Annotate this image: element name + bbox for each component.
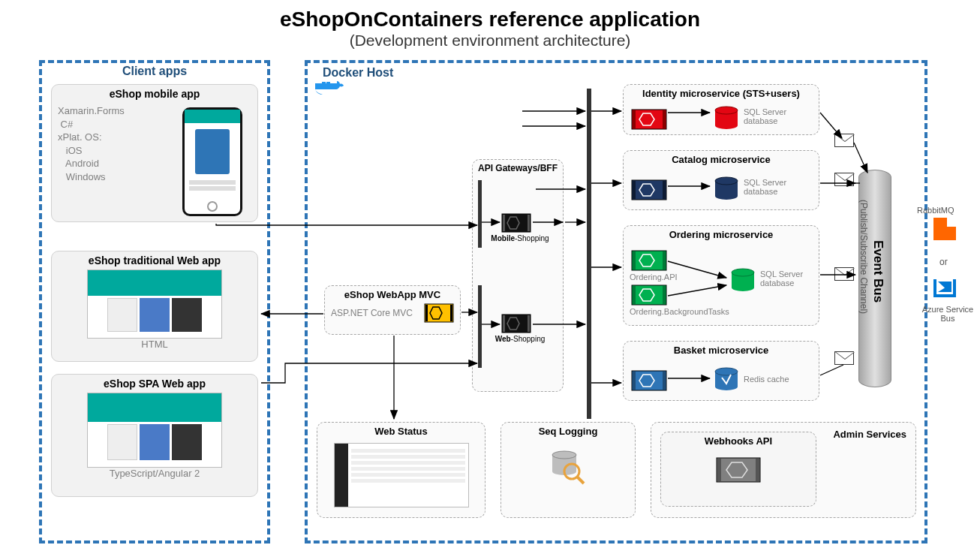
event-bus-label: Event Bus (870, 240, 885, 303)
svg-rect-35 (663, 372, 666, 390)
svg-rect-43 (756, 459, 759, 481)
svg-rect-17 (663, 110, 666, 128)
azure-bus-label: Azure Service Bus (921, 305, 974, 323)
catalog-title: Catalog microservice (624, 151, 819, 168)
trad-tech: HTML (52, 339, 257, 350)
svg-rect-7 (425, 305, 428, 321)
database-icon (714, 176, 739, 202)
box-mvc: eShop WebApp MVC ASP.NET Core MVC (324, 285, 461, 335)
envelope-icon (834, 173, 854, 186)
bus-bar (587, 89, 591, 419)
box-catalog: Catalog microservice SQL Server database (623, 150, 819, 210)
svg-rect-8 (450, 305, 452, 321)
svg-rect-33 (632, 371, 666, 390)
database-icon (730, 268, 756, 294)
box-traditional-web: eShop traditional Web app HTML (51, 251, 258, 362)
gw-mobile-b: -Shopping (515, 234, 549, 242)
envelope-icon (834, 267, 854, 281)
container-icon (631, 250, 667, 271)
catalog-db-label: SQL Server database (744, 178, 811, 196)
page-subtitle: (Development environment architecture) (0, 32, 980, 50)
svg-rect-34 (633, 372, 636, 390)
svg-rect-15 (632, 110, 666, 129)
box-ordering: Ordering microservice Ordering.API Order… (623, 225, 819, 326)
ordering-bg-label: Ordering.BackgroundTasks (630, 307, 729, 316)
svg-rect-22 (663, 181, 666, 199)
trad-screenshot (87, 269, 222, 339)
svg-rect-27 (663, 251, 666, 269)
gw-mobile-a: Mobile (491, 234, 515, 242)
container-icon (716, 457, 761, 483)
svg-rect-10 (503, 215, 505, 231)
search-database-icon (549, 447, 587, 485)
or-label: or (939, 257, 948, 267)
event-bus-sub: (Publish/Subscribe Channel) (858, 200, 869, 314)
page-title: eShopOnContainers reference application (0, 8, 980, 32)
svg-rect-25 (632, 251, 666, 270)
box-admin: Admin Services Webhooks API (651, 422, 916, 518)
svg-rect-16 (633, 110, 636, 128)
identity-db-label: SQL Server database (744, 107, 811, 125)
gw-web-a: Web (495, 335, 511, 343)
spa-screenshot (87, 393, 222, 468)
container-icon (631, 179, 667, 200)
gateway-bar-top (478, 180, 482, 248)
identity-title: Identity microservice (STS+users) (624, 85, 819, 102)
box-identity: Identity microservice (STS+users) SQL Se… (623, 84, 819, 135)
rabbitmq-icon (933, 218, 956, 240)
svg-rect-13 (503, 315, 505, 332)
azure-bus-icon (933, 279, 956, 297)
spa-title: eShop SPA Web app (52, 375, 257, 393)
svg-rect-21 (633, 181, 636, 199)
container-icon (631, 370, 667, 391)
webhooks-title: Webhooks API (661, 432, 816, 450)
gateways-title: API Gateways/BFF (473, 160, 563, 176)
container-icon (424, 303, 454, 323)
seq-title: Seq Logging (501, 423, 635, 440)
admin-title: Admin Services (833, 429, 906, 440)
webstatus-screenshot (334, 443, 469, 507)
svg-rect-30 (663, 286, 666, 304)
envelope-icon (834, 134, 854, 147)
trad-title: eShop traditional Web app (52, 251, 257, 269)
region-docker-label: Docker Host (323, 66, 393, 80)
gateway-bar-bot (478, 285, 482, 368)
ordering-api-label: Ordering.API (630, 272, 678, 282)
svg-rect-11 (528, 215, 530, 231)
basket-title: Basket microservice (624, 342, 819, 359)
svg-rect-26 (633, 251, 636, 269)
webstatus-title: Web Status (317, 423, 485, 440)
rabbitmq-label: RabbitMQ (917, 206, 954, 215)
container-icon (631, 285, 667, 306)
database-icon (714, 367, 739, 393)
phone-illustration (182, 107, 242, 216)
mvc-title: eShop WebApp MVC (325, 286, 460, 303)
svg-rect-29 (633, 286, 636, 304)
envelope-icon (834, 351, 854, 365)
box-webhooks: Webhooks API (660, 432, 816, 507)
svg-rect-28 (632, 285, 666, 305)
spa-tech: TypeScript/Angular 2 (52, 468, 257, 479)
container-icon (501, 314, 531, 333)
svg-rect-41 (717, 458, 760, 482)
region-client-apps-label: Client apps (39, 65, 270, 78)
basket-db-label: Redis cache (744, 375, 811, 384)
mobile-app-title: eShop mobile app (52, 85, 257, 103)
mvc-tech: ASP.NET Core MVC (331, 308, 424, 318)
svg-rect-14 (528, 315, 530, 332)
box-mobile-app: eShop mobile app Xamarin.Forms C# xPlat.… (51, 84, 258, 222)
container-icon (501, 213, 531, 233)
gw-web-b: -Shopping (511, 335, 546, 343)
docker-icon (315, 79, 344, 100)
ordering-title: Ordering microservice (624, 226, 819, 243)
box-seq: Seq Logging (501, 422, 636, 518)
svg-rect-20 (632, 180, 666, 200)
container-icon (631, 109, 667, 130)
box-spa-web: eShop SPA Web app TypeScript/Angular 2 (51, 374, 258, 497)
ordering-db-label: SQL Server database (760, 269, 820, 288)
box-gateways: API Gateways/BFF (472, 159, 564, 392)
database-icon (714, 106, 739, 131)
box-webstatus: Web Status (317, 422, 485, 518)
svg-rect-42 (717, 459, 721, 481)
box-basket: Basket microservice Redis cache (623, 341, 819, 401)
